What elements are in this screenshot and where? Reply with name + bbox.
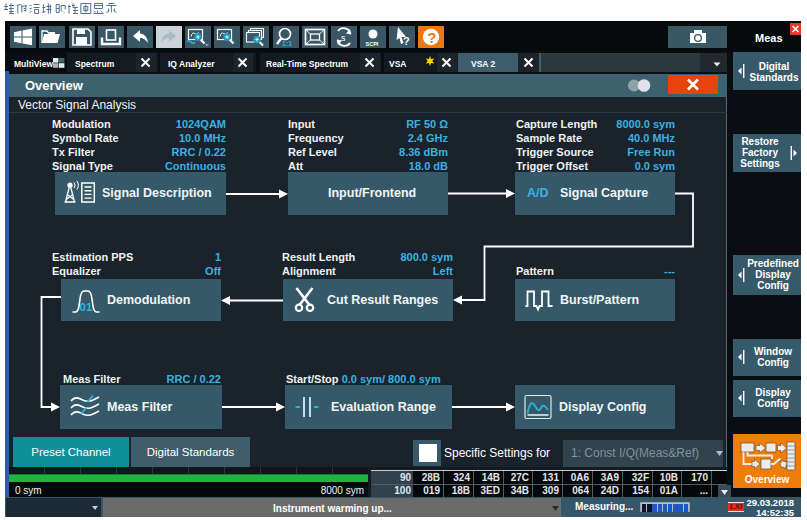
svg-text:SCPI: SCPI [366, 41, 379, 47]
svg-text:s: s [341, 33, 346, 43]
svg-text:1:1: 1:1 [282, 40, 292, 47]
svg-text:?: ? [403, 35, 410, 47]
svg-text:?: ? [427, 29, 436, 46]
